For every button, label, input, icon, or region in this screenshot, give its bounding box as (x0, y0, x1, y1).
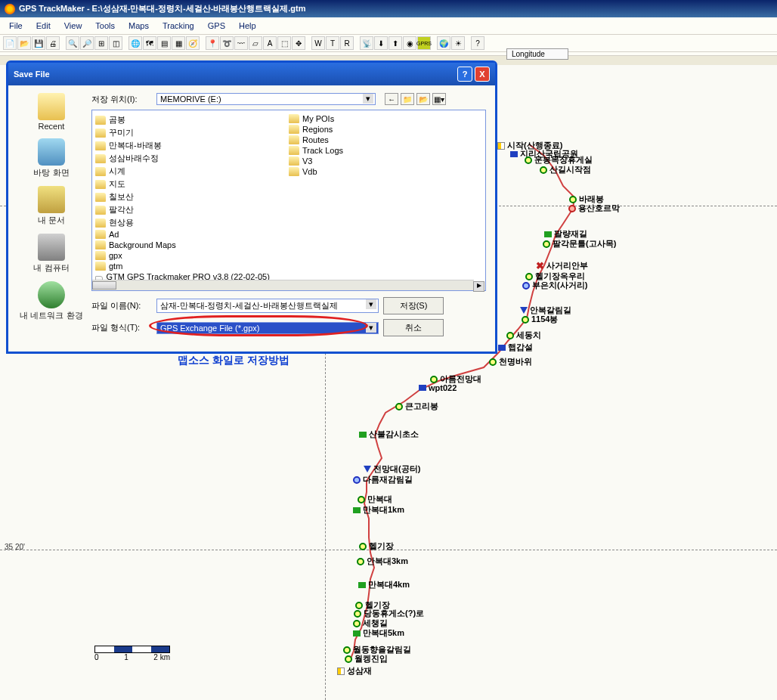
file-item[interactable]: Background Maps (95, 240, 289, 250)
tb-sun-icon[interactable]: ☀ (451, 36, 465, 50)
waypoint[interactable]: 다름재감림길 (353, 474, 413, 485)
file-item[interactable]: Routes (289, 135, 482, 145)
lat-label: 35 20' (5, 543, 25, 551)
waypoint[interactable]: 전망대(공터) (364, 463, 420, 475)
file-item[interactable]: Vdb (289, 166, 482, 177)
waypoint[interactable]: 부은치(사거리) (522, 280, 587, 291)
file-item[interactable]: 시계 (95, 165, 289, 178)
folder-icon (95, 180, 106, 189)
place-computer[interactable]: 내 컴퓨터 (17, 234, 85, 274)
tb-gps-icon[interactable]: 📡 (360, 36, 373, 50)
save-location-combo[interactable]: MEMORIVE (E:) (156, 93, 376, 105)
waypoint[interactable]: 햅갑설 (498, 342, 533, 353)
tb-new-icon[interactable]: 📄 (3, 36, 17, 50)
tb-layers-icon[interactable]: ▤ (157, 36, 171, 50)
file-item[interactable]: 지도 (95, 178, 289, 190)
tb-globe-icon[interactable]: 🌐 (128, 36, 142, 50)
file-item[interactable]: 칠보산 (95, 190, 289, 203)
waypoint[interactable]: 성삼재 (337, 665, 372, 677)
tb-download-icon[interactable]: ⬇ (374, 36, 388, 50)
waypoint[interactable]: 만복대5km (353, 627, 404, 639)
waypoint[interactable]: 헬기장 (359, 540, 394, 552)
file-item[interactable]: gpx (95, 250, 289, 261)
place-mydocs[interactable]: 내 문서 (17, 186, 85, 226)
file-listbox[interactable]: 곰봉꾸미기만복대-바래봉성삼바래수정시계지도칠보산팔각산현상용AdBackgro… (91, 110, 486, 291)
tb-ge-icon[interactable]: 🌍 (437, 36, 450, 50)
file-item[interactable]: gtm (95, 261, 289, 271)
waypoint[interactable]: 안복대3km (357, 556, 408, 567)
waypoint[interactable]: 만복대4km (358, 579, 410, 590)
waypoint[interactable]: wpt022 (419, 383, 457, 392)
tb-track-icon[interactable]: 〰 (234, 36, 248, 50)
tb-route-icon[interactable]: ➰ (220, 36, 234, 50)
tb-poly-icon[interactable]: ▱ (249, 36, 262, 50)
tb-compass-icon[interactable]: 🧭 (186, 36, 200, 50)
waypoint[interactable]: 팔각문틀(고사목) (543, 238, 616, 249)
menu-maps[interactable]: Maps (122, 20, 155, 32)
file-item[interactable]: Track Logs (289, 145, 482, 156)
file-item[interactable]: 현상용 (95, 216, 289, 229)
tb-zoomin-icon[interactable]: 🔍 (66, 36, 79, 50)
waypoint[interactable]: 용산호르막 (568, 203, 620, 214)
up-folder-icon[interactable]: 📁 (401, 93, 414, 105)
tb-zoomfit-icon[interactable]: ⊞ (94, 36, 108, 50)
file-item[interactable]: My POIs (289, 113, 482, 124)
file-item[interactable]: 곰봉 (95, 113, 289, 126)
menu-view[interactable]: View (58, 20, 88, 32)
save-button[interactable]: 저장(S) (383, 297, 444, 314)
file-item[interactable]: 팔각산 (95, 203, 289, 216)
tb-select-icon[interactable]: ⬚ (277, 36, 291, 50)
menu-help[interactable]: Help (233, 20, 262, 32)
tb-gprs-icon[interactable]: GPRS (417, 36, 431, 50)
file-item[interactable]: V3 (289, 156, 482, 166)
menu-file[interactable]: File (3, 20, 29, 32)
back-icon[interactable]: ← (385, 93, 398, 105)
close-button[interactable]: X (475, 67, 490, 82)
place-recent[interactable]: Recent (17, 93, 85, 131)
tb-zoomout-icon[interactable]: 🔎 (80, 36, 94, 50)
place-desktop[interactable]: 바탕 화면 (17, 138, 85, 178)
cancel-button[interactable]: 취소 (383, 319, 444, 336)
menu-gps[interactable]: GPS (202, 20, 231, 32)
tb-waypoint-icon[interactable]: 📍 (206, 36, 219, 50)
tb-rt-icon[interactable]: ◉ (403, 36, 416, 50)
filetype-combo[interactable]: GPS Exchange File (*.gpx) (156, 322, 379, 334)
file-item[interactable]: 꾸미기 (95, 126, 289, 139)
waypoint[interactable]: 만복대1km (353, 504, 404, 516)
tb-help-icon[interactable]: ? (471, 36, 484, 50)
menu-edit[interactable]: Edit (30, 20, 57, 32)
tb-open-icon[interactable]: 📂 (17, 36, 31, 50)
views-icon[interactable]: ▦▾ (432, 93, 446, 105)
file-item[interactable]: Regions (289, 124, 482, 135)
scrollbar[interactable] (92, 280, 474, 290)
file-item[interactable]: 만복대-바래봉 (95, 139, 289, 152)
tb-save-icon[interactable]: 💾 (32, 36, 45, 50)
waypoint[interactable]: 산불감시초소 (359, 429, 419, 440)
menu-tools[interactable]: Tools (89, 20, 121, 32)
tb-t-icon[interactable]: T (326, 36, 339, 50)
tb-w-icon[interactable]: W (311, 36, 325, 50)
tb-print-icon[interactable]: 🖨 (46, 36, 60, 50)
waypoint[interactable]: 월켕진입 (345, 653, 388, 664)
tb-move-icon[interactable]: ✥ (292, 36, 305, 50)
file-item[interactable]: 성삼바래수정 (95, 152, 289, 165)
tb-r-icon[interactable]: R (340, 36, 354, 50)
waypoint[interactable]: 세동치 (506, 330, 541, 341)
waypoint[interactable]: 산길시작점 (540, 164, 591, 175)
tb-zoomwin-icon[interactable]: ◫ (109, 36, 122, 50)
waypoint[interactable]: ✖사거리안부 (536, 260, 588, 271)
new-folder-icon[interactable]: 📂 (416, 93, 430, 105)
menu-tracking[interactable]: Tracking (156, 20, 200, 32)
waypoint[interactable]: 만복대 (358, 494, 392, 505)
tb-grid-icon[interactable]: ▦ (172, 36, 185, 50)
file-item[interactable]: Ad (95, 229, 289, 240)
waypoint[interactable]: 천명바위 (489, 356, 532, 367)
waypoint[interactable]: 큰고리봉 (395, 401, 438, 412)
tb-map-icon[interactable]: 🗺 (143, 36, 156, 50)
tb-text-icon[interactable]: A (263, 36, 277, 50)
waypoint[interactable]: 1154봉 (522, 314, 558, 325)
filename-combo[interactable]: 삼재-만복대-정령치-세걸산-바래봉산행트랙실제 (156, 299, 379, 313)
place-network[interactable]: 내 네트워크 환경 (17, 281, 85, 321)
help-button[interactable]: ? (457, 67, 472, 82)
tb-upload-icon[interactable]: ⬆ (388, 36, 402, 50)
